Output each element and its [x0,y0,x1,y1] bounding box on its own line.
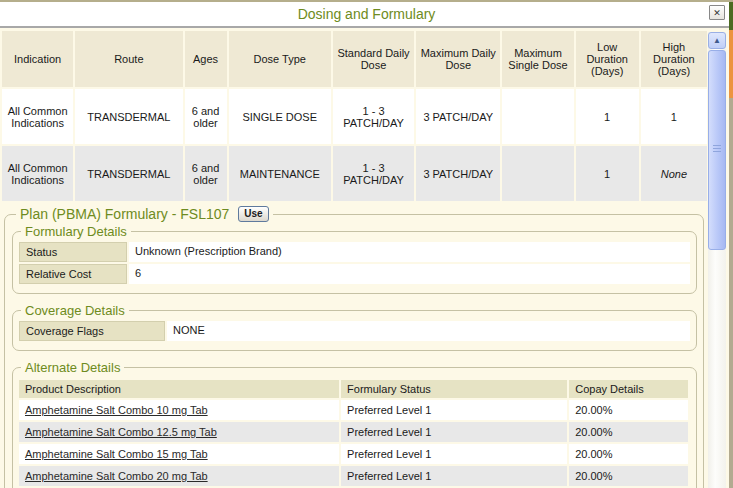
status-value: Unknown (Prescription Brand) [129,242,690,262]
copay-cell: 20.00% [569,466,690,486]
formulary-status-cell: Preferred Level 1 [341,422,569,442]
dosing-table: Indication Route Ages Dose Type Standard… [0,29,709,203]
cell-route: TRANSDERMAL [75,146,182,201]
cell-low-duration: 1 [576,146,639,201]
dosing-row-maintenance: All Common Indications TRANSDERMAL 6 and… [2,146,707,201]
dosing-header-row: Indication Route Ages Dose Type Standard… [2,31,707,87]
col-header-route: Route [75,31,182,87]
cell-maximum-single-dose [502,89,573,144]
dosing-formulary-dialog: Dosing and Formulary ✕ Indication Route … [0,0,733,488]
formulary-status-cell: Preferred Level 1 [341,466,569,486]
col-header-copay-details: Copay Details [569,380,690,398]
status-row: Status Unknown (Prescription Brand) [19,242,690,262]
cell-ages: 6 and older [185,89,227,144]
cell-dose-type: MAINTENANCE [229,146,331,201]
scrollbar-thumb[interactable] [708,50,726,250]
col-header-high-duration: High Duration (Days) [641,31,707,87]
cell-high-duration: 1 [641,89,707,144]
product-link[interactable]: Amphetamine Salt Combo 12.5 mg Tab [25,426,217,438]
cell-standard-daily-dose: 1 - 3 PATCH/DAY [333,89,414,144]
alternate-row: Amphetamine Salt Combo 20 mg Tab Preferr… [19,466,690,486]
product-link[interactable]: Amphetamine Salt Combo 15 mg Tab [25,448,208,460]
plan-formulary-section: Plan (PBMA) Formulary - FSL107 Use Formu… [4,206,704,488]
copay-cell: 20.00% [569,444,690,464]
copay-cell: 20.00% [569,422,690,442]
col-header-maximum-single-dose: Maximum Single Dose [502,31,573,87]
cell-indication: All Common Indications [2,89,73,144]
coverage-details-section: Coverage Details Coverage Flags NONE [12,303,697,351]
edge-strip-green [729,2,733,30]
scroll-up-icon: ▲ [713,36,721,45]
col-header-low-duration: Low Duration (Days) [576,31,639,87]
edge-strip-tan [729,98,733,488]
alternate-row: Amphetamine Salt Combo 12.5 mg Tab Prefe… [19,422,690,442]
alternate-details-table: Product Description Formulary Status Cop… [19,378,690,488]
plan-formulary-legend: Plan (PBMA) Formulary - FSL107 Use [16,206,273,222]
col-header-dose-type: Dose Type [229,31,331,87]
edge-strip-orange [729,30,733,98]
col-header-maximum-daily-dose: Maximum Daily Dose [416,31,500,87]
dosing-row-single-dose: All Common Indications TRANSDERMAL 6 and… [2,89,707,144]
cell-maximum-single-dose [502,146,573,201]
relative-cost-row: Relative Cost 6 [19,264,690,284]
status-label: Status [19,242,127,262]
coverage-flags-label: Coverage Flags [19,321,165,341]
cell-dose-type: SINGLE DOSE [229,89,331,144]
scrollbar-up-button[interactable]: ▲ [708,32,726,49]
alternate-row: Amphetamine Salt Combo 15 mg Tab Preferr… [19,444,690,464]
vertical-scrollbar[interactable]: ▲ [708,32,726,488]
col-header-ages: Ages [185,31,227,87]
cell-high-duration: None [641,146,707,201]
close-icon: ✕ [713,8,721,18]
cell-low-duration: 1 [576,89,639,144]
copay-cell: 20.00% [569,400,690,420]
col-header-indication: Indication [2,31,73,87]
titlebar: Dosing and Formulary ✕ [0,2,733,28]
relative-cost-value: 6 [129,264,690,284]
alternate-details-legend: Alternate Details [21,360,124,375]
plan-formulary-title: Plan (PBMA) Formulary - FSL107 [20,206,229,222]
col-header-standard-daily-dose: Standard Daily Dose [333,31,414,87]
coverage-flags-row: Coverage Flags NONE [19,321,690,341]
cell-standard-daily-dose: 1 - 3 PATCH/DAY [333,146,414,201]
cell-route: TRANSDERMAL [75,89,182,144]
formulary-status-cell: Preferred Level 1 [341,444,569,464]
close-button[interactable]: ✕ [709,5,725,20]
dialog-title: Dosing and Formulary [0,2,733,26]
coverage-details-legend: Coverage Details [21,303,129,318]
use-button[interactable]: Use [238,206,268,222]
cell-maximum-daily-dose: 3 PATCH/DAY [416,89,500,144]
col-header-product-description: Product Description [19,380,341,398]
coverage-flags-value: NONE [167,321,690,341]
relative-cost-label: Relative Cost [19,264,127,284]
col-header-formulary-status: Formulary Status [341,380,569,398]
cell-ages: 6 and older [185,146,227,201]
product-link[interactable]: Amphetamine Salt Combo 10 mg Tab [25,404,208,416]
formulary-status-cell: Preferred Level 1 [341,400,569,420]
formulary-details-legend: Formulary Details [21,224,131,239]
cell-maximum-daily-dose: 3 PATCH/DAY [416,146,500,201]
cell-indication: All Common Indications [2,146,73,201]
alternate-header-row: Product Description Formulary Status Cop… [19,380,690,398]
scrollbar-grip-icon [713,145,721,154]
formulary-details-section: Formulary Details Status Unknown (Prescr… [12,224,697,294]
product-link[interactable]: Amphetamine Salt Combo 20 mg Tab [25,470,208,482]
alternate-details-section: Alternate Details Product Description Fo… [12,360,697,488]
alternate-row: Amphetamine Salt Combo 10 mg Tab Preferr… [19,400,690,420]
